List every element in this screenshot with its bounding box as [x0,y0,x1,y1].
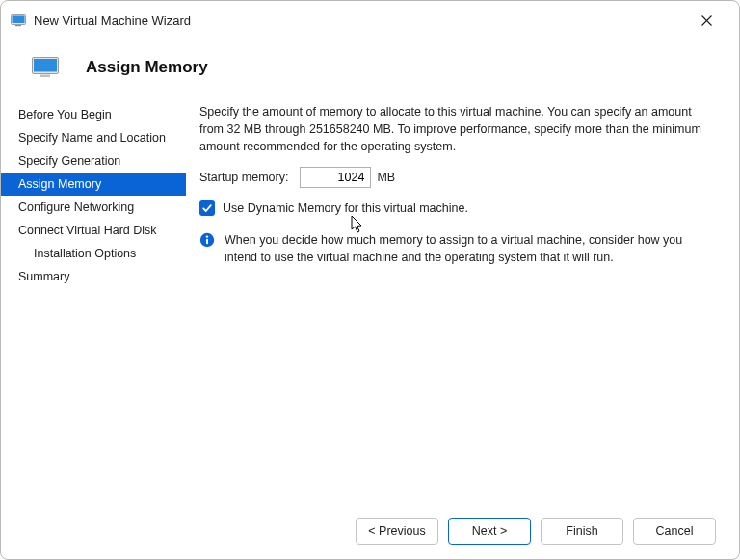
wizard-step[interactable]: Connect Virtual Hard Disk [1,219,186,242]
svg-point-9 [206,235,208,237]
wizard-header: Assign Memory [1,40,739,99]
wizard-step[interactable]: Assign Memory [1,173,186,196]
svg-rect-10 [206,238,208,243]
startup-memory-input[interactable] [300,167,371,188]
monitor-icon [32,57,59,78]
info-icon [199,232,215,248]
wizard-step[interactable]: Specify Generation [1,149,186,173]
page-title: Assign Memory [86,58,208,77]
previous-button[interactable]: < Previous [356,518,438,545]
wizard-footer: < Previous Next > Finish Cancel [1,503,739,559]
dynamic-memory-label: Use Dynamic Memory for this virtual mach… [223,200,468,217]
close-button[interactable] [685,6,727,35]
next-button[interactable]: Next > [448,518,531,545]
wizard-step[interactable]: Before You Begin [1,103,186,126]
description-text: Specify the amount of memory to allocate… [199,103,714,155]
wizard-content: Specify the amount of memory to allocate… [186,99,739,503]
wizard-body: Before You BeginSpecify Name and Locatio… [1,99,739,503]
window-title: New Virtual Machine Wizard [34,13,191,28]
app-icon [11,13,26,28]
svg-rect-2 [15,25,21,26]
startup-memory-label: Startup memory: [199,169,288,186]
info-row: When you decide how much memory to assig… [199,231,714,266]
dynamic-memory-checkbox[interactable] [199,200,215,216]
close-icon [701,15,712,26]
svg-rect-7 [40,75,50,78]
info-text: When you decide how much memory to assig… [225,231,714,266]
finish-button[interactable]: Finish [541,518,623,545]
cancel-button[interactable]: Cancel [633,518,716,545]
wizard-window: New Virtual Machine Wizard Assign Memory… [0,0,740,560]
svg-rect-6 [34,59,57,72]
checkmark-icon [201,202,213,214]
wizard-steps-sidebar: Before You BeginSpecify Name and Locatio… [1,99,186,503]
dynamic-memory-row: Use Dynamic Memory for this virtual mach… [199,200,714,217]
svg-rect-1 [13,16,25,24]
wizard-step[interactable]: Specify Name and Location [1,126,186,149]
startup-memory-unit: MB [377,169,395,186]
titlebar: New Virtual Machine Wizard [1,1,739,40]
startup-memory-row: Startup memory: MB [199,167,714,188]
wizard-step[interactable]: Configure Networking [1,196,186,219]
wizard-step[interactable]: Summary [1,265,186,288]
wizard-step[interactable]: Installation Options [1,242,186,265]
